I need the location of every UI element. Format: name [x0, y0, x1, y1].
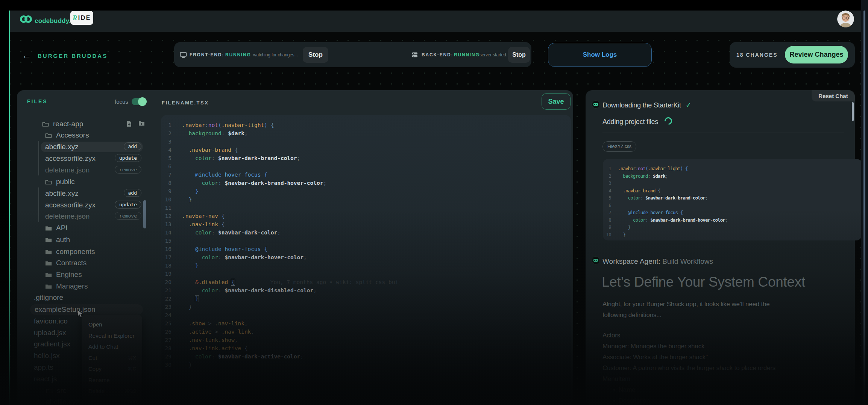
- chat-list-item: Associate: Works at the burger shack": [602, 354, 708, 361]
- file-tree-scrollbar-thumb[interactable]: [143, 200, 146, 228]
- line-number: 5: [603, 194, 611, 202]
- code-line: @include hover-focus {: [182, 171, 267, 179]
- tree-item-upload-jsx[interactable]: upload.jsx: [34, 328, 66, 338]
- code-line: color: $navbar-dark-hover-color;: [182, 253, 307, 261]
- new-file-icon[interactable]: [126, 121, 132, 128]
- tree-item-deleteme-json[interactable]: deleteme.json: [45, 211, 90, 222]
- tree-item-hello-jsx[interactable]: hello.jsx: [34, 351, 60, 361]
- chat-panel: Reset Chat Downloading the StarterKit✓ A…: [586, 90, 855, 405]
- new-folder-icon[interactable]: [138, 121, 145, 128]
- menu-item-add-to-chat[interactable]: Add to Chat: [82, 341, 142, 352]
- tree-item-gradient-jsx[interactable]: gradient.jsx: [34, 339, 70, 349]
- top-bar: [10, 11, 861, 32]
- chat-status-adding: Adding project files: [602, 118, 658, 126]
- tree-item-label: Accessors: [56, 131, 89, 139]
- tree-indent-guide: [38, 396, 39, 405]
- line-number: 2: [161, 129, 171, 138]
- tree-item-accessors[interactable]: Accessors: [45, 130, 89, 141]
- file-chip[interactable]: FileXYZ.css: [602, 141, 636, 152]
- code-line: .navbar-brand {: [182, 146, 238, 154]
- line-number: 16: [161, 245, 171, 253]
- tree-item-label: abcfile.xyz: [45, 143, 79, 151]
- tree-actions[interactable]: [126, 121, 145, 128]
- change-badge-remove: remove: [115, 212, 141, 220]
- code-line: &.disabled {You, 7 months ago • wiki: sp…: [182, 278, 398, 286]
- chat-scrollbar-thumb[interactable]: [852, 102, 854, 121]
- tree-item-api[interactable]: API: [45, 223, 68, 233]
- code-editor[interactable]: 1.navbar:not(.navbar-light) {2 backgroun…: [161, 115, 571, 405]
- folder-open-icon: [42, 121, 49, 127]
- line-number: 21: [161, 286, 171, 295]
- code-line: @include hover-focus {: [618, 209, 683, 216]
- tree-item-abcfile-xyz[interactable]: abcfile.xyz: [45, 142, 79, 152]
- tree-item-abcfile-xyz[interactable]: abcfile.xyz: [46, 397, 79, 405]
- back-arrow-icon[interactable]: ←: [22, 50, 33, 61]
- chat-list-item: • Name: [602, 386, 635, 394]
- code-line: .nav-link {: [182, 220, 225, 228]
- tree-item-contracts[interactable]: Contracts: [45, 258, 86, 268]
- menu-item-open[interactable]: Open: [82, 319, 142, 330]
- menu-item-rename[interactable]: Rename: [82, 375, 142, 386]
- tree-item-managers[interactable]: Managers: [45, 281, 88, 292]
- menu-item-reveal-in-explorer[interactable]: Reveal in Explorer: [82, 330, 142, 342]
- folder-fill-icon: [45, 249, 52, 255]
- menu-item-label: Reveal in Explorer: [88, 332, 135, 339]
- show-logs-button[interactable]: Show Logs: [548, 43, 652, 67]
- line-number: 4: [603, 187, 611, 195]
- tree-item-abcfile-xyz[interactable]: abcfile.xyz: [45, 188, 79, 199]
- tree-item-label: components: [56, 248, 95, 256]
- line-number: 28: [161, 344, 171, 352]
- chat-paragraph: Alright, for your Burger Shack app, it l…: [602, 299, 794, 320]
- line-number: 9: [161, 187, 171, 195]
- frontend-stop-button[interactable]: Stop: [303, 47, 328, 63]
- menu-item-label: Cut: [88, 355, 97, 361]
- code-line: }: [182, 295, 199, 303]
- tree-item-favicon-ico[interactable]: favicon.ico: [34, 316, 68, 326]
- tree-item-label: deleteme.json: [45, 166, 90, 174]
- agent-row: Workspace Agent: Build Workflows: [602, 257, 713, 266]
- line-number: 4: [161, 146, 171, 154]
- tree-item-label: public: [56, 178, 75, 186]
- tree-item-src[interactable]: src: [46, 385, 66, 396]
- line-number: 13: [161, 220, 171, 228]
- code-line: }: [182, 187, 199, 195]
- reset-chat-button[interactable]: Reset Chat: [812, 90, 855, 101]
- folder-fill-icon: [45, 260, 52, 266]
- tree-item-app-ts[interactable]: app.ts: [34, 362, 53, 373]
- code-line: color: $navbar-dark-brand-color;: [182, 154, 300, 162]
- tree-item-examplesetup-json[interactable]: exampleSetup.json: [35, 304, 96, 315]
- line-number: 26: [161, 328, 171, 336]
- user-avatar[interactable]: [837, 11, 854, 27]
- review-changes-button[interactable]: Review Changes: [785, 46, 848, 63]
- save-button[interactable]: Save: [542, 93, 571, 110]
- code-line: color: $navbar-dark-brand-hover-color;: [182, 179, 326, 187]
- menu-shortcut: ⌘⌫: [124, 388, 136, 394]
- tree-item--gitignore[interactable]: .gitignore: [34, 292, 63, 303]
- tree-item-components[interactable]: components: [45, 246, 95, 257]
- code-line: }: [182, 195, 192, 204]
- tree-item-auth[interactable]: auth: [45, 234, 70, 245]
- tree-item-react-app[interactable]: react-app: [42, 119, 83, 129]
- check-icon: ✓: [686, 101, 691, 109]
- backend-stop-button[interactable]: Stop: [508, 47, 530, 63]
- code-line: .navbar-nav {: [182, 212, 225, 220]
- tree-item-accessorfile-zyx[interactable]: accessorfile.zyx: [45, 153, 96, 164]
- browser-scrollbar[interactable]: [861, 0, 868, 405]
- tree-item-accessorfile-zyx[interactable]: accessorfile.zyx: [45, 200, 96, 210]
- tree-item-deleteme-json[interactable]: deleteme.json: [45, 165, 90, 175]
- line-number: 30: [161, 361, 171, 369]
- code-line: .nav-link.show,: [182, 336, 238, 344]
- menu-item-delete[interactable]: Delete⌘⌫: [82, 385, 142, 397]
- tree-item-react-js[interactable]: react.js: [34, 374, 57, 384]
- tree-item-public[interactable]: public: [45, 177, 75, 187]
- menu-item-cut[interactable]: Cut⌘X: [82, 352, 142, 364]
- tree-item-label: accessorfile.zyx: [45, 201, 96, 209]
- line-number: 20: [161, 278, 171, 286]
- tree-item-engines[interactable]: Engines: [45, 269, 82, 280]
- project-name: BURGER BRUDDAS: [38, 53, 108, 59]
- left-accent-line: [9, 11, 10, 405]
- browser-scrollbar-thumb[interactable]: [863, 11, 865, 405]
- menu-item-copy[interactable]: Copy⌘C: [82, 363, 142, 375]
- code-line: }: [182, 303, 192, 311]
- tree-item-label: accessorfile.zyx: [45, 154, 96, 163]
